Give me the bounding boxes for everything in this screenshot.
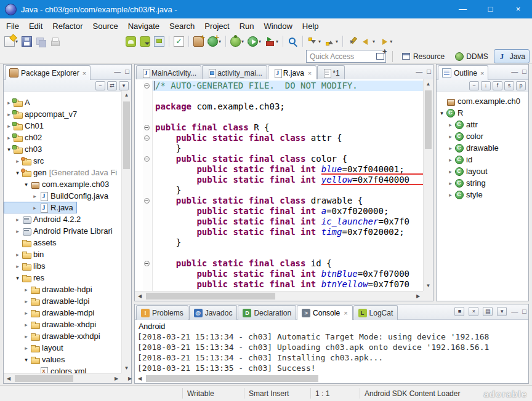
- console-tab-console[interactable]: >Console×: [297, 305, 352, 320]
- minimize-view-button[interactable]: —: [511, 67, 518, 76]
- collapse-all-button[interactable]: [469, 81, 479, 90]
- menu-file[interactable]: File: [1, 20, 24, 33]
- tree-item-com-example-ch03[interactable]: ▾com.example.ch03: [4, 178, 113, 190]
- scrollbar-thumb[interactable]: [146, 293, 275, 300]
- outline-tab[interactable]: Outline ×: [438, 65, 488, 80]
- expand-arrow-icon[interactable]: ▸: [22, 287, 30, 293]
- tree-item-ch03[interactable]: ▾ch03: [4, 143, 46, 155]
- close-view-icon[interactable]: ×: [83, 69, 86, 77]
- tree-item-libs[interactable]: ▸libs: [4, 260, 49, 272]
- scrollbar-thumb[interactable]: [123, 101, 130, 169]
- minimize-editor-button[interactable]: —: [416, 67, 422, 76]
- tree-item-res[interactable]: ▾res: [4, 272, 48, 284]
- hide-non-public-button[interactable]: [516, 81, 526, 90]
- expand-arrow-icon[interactable]: ▸: [22, 322, 30, 328]
- fold-marker-icon[interactable]: [144, 125, 150, 130]
- tree-item-a[interactable]: ▸A: [4, 97, 34, 108]
- search-button[interactable]: [286, 34, 299, 48]
- forward-button[interactable]: ▾: [377, 34, 393, 48]
- console-tab-problems[interactable]: !Problems: [136, 305, 188, 320]
- expand-arrow-icon[interactable]: ▸: [22, 298, 30, 304]
- menu-run[interactable]: Run: [235, 20, 259, 33]
- expand-arrow-icon[interactable]: ▸: [446, 145, 454, 151]
- tree-item-android-4-2-2[interactable]: ▸Android 4.2.2: [4, 213, 84, 225]
- tree-item-com-example-ch0[interactable]: com.example.ch0: [437, 95, 524, 107]
- scroll-left-icon[interactable]: ◀: [135, 374, 145, 383]
- expand-arrow-icon[interactable]: ▸: [31, 193, 39, 199]
- tree-item-appcompat-v7[interactable]: ▸appcompat_v7: [4, 108, 81, 120]
- scrollbar-thumb[interactable]: [425, 90, 432, 149]
- editor-tab-r-java[interactable]: R.java×: [268, 65, 316, 80]
- tree-item-drawable-xhdpi[interactable]: ▸drawable-xhdpi: [4, 319, 100, 330]
- new-wizard-button[interactable]: ▾: [3, 34, 19, 48]
- editor-tab-activity-mai[interactable]: activity_mai...: [202, 65, 267, 80]
- close-tab-icon[interactable]: ×: [308, 69, 312, 77]
- lint-button[interactable]: [172, 34, 185, 48]
- package-explorer-tab[interactable]: Package Explorer ×: [5, 65, 91, 80]
- tree-item-gen[interactable]: ▾gen[Generated Java Fi: [4, 167, 121, 178]
- close-button[interactable]: ×: [504, 0, 532, 18]
- expand-arrow-icon[interactable]: ▸: [14, 216, 22, 223]
- expand-arrow-icon[interactable]: ▸: [446, 157, 454, 163]
- tree-item-buildconfig-java[interactable]: ▸BuildConfig.java: [4, 190, 112, 202]
- menu-window[interactable]: Window: [259, 20, 297, 33]
- expand-arrow-icon[interactable]: ▸: [22, 333, 30, 339]
- remove-launch-button[interactable]: [469, 307, 478, 316]
- sdk-manager-button[interactable]: [139, 34, 151, 48]
- perspective-ddms-button[interactable]: DDMS: [450, 49, 492, 63]
- menu-help[interactable]: Help: [297, 20, 324, 33]
- collapse-all-button[interactable]: [95, 81, 105, 90]
- scroll-right-icon[interactable]: ▶: [413, 292, 423, 301]
- scrollbar-thumb[interactable]: [15, 375, 73, 382]
- perspective-java-button[interactable]: Java: [494, 49, 530, 63]
- fold-marker-icon[interactable]: [144, 198, 150, 204]
- tree-item-drawable-hdpi[interactable]: ▸drawable-hdpi: [4, 284, 96, 295]
- print-button[interactable]: [49, 34, 62, 48]
- next-annotation-button[interactable]: ▾: [306, 34, 322, 48]
- editor-vertical-scrollbar[interactable]: ▲ ▼: [423, 79, 433, 291]
- expand-arrow-icon[interactable]: ▸: [31, 205, 39, 211]
- tree-item-bin[interactable]: ▸bin: [4, 248, 47, 260]
- expand-arrow-icon[interactable]: ▸: [446, 169, 454, 175]
- menu-refactor[interactable]: Refactor: [47, 20, 87, 33]
- tree-item-attr[interactable]: ▸attr: [437, 119, 482, 130]
- scroll-down-icon[interactable]: ▼: [122, 363, 131, 373]
- new-android-project-button[interactable]: [124, 34, 137, 48]
- expand-arrow-icon[interactable]: ▸: [446, 192, 454, 198]
- fold-marker-icon[interactable]: [144, 83, 150, 89]
- collapse-arrow-icon[interactable]: ▾: [438, 110, 446, 116]
- prev-annotation-button[interactable]: ▾: [323, 34, 339, 48]
- expand-arrow-icon[interactable]: ▸: [14, 252, 22, 258]
- menu-navigate[interactable]: Navigate: [123, 20, 164, 33]
- new-class-button[interactable]: ▾: [206, 34, 222, 48]
- tree-item-layout[interactable]: ▸layout: [437, 165, 491, 177]
- menu-project[interactable]: Project: [200, 20, 234, 33]
- avd-manager-button[interactable]: [153, 34, 166, 48]
- hide-fields-button[interactable]: [493, 81, 502, 90]
- editor-tab-1[interactable]: *1: [317, 65, 344, 80]
- console-tab-declaration[interactable]: DDeclaration: [238, 305, 296, 320]
- maximize-editor-button[interactable]: □: [427, 67, 431, 76]
- scroll-right-icon[interactable]: ▶: [125, 374, 135, 383]
- console-tab-javadoc[interactable]: @Javadoc: [189, 305, 238, 320]
- scroll-left-icon[interactable]: ◀: [135, 292, 145, 301]
- debug-button[interactable]: ▾: [229, 34, 245, 48]
- sort-button[interactable]: [481, 81, 491, 90]
- collapse-arrow-icon[interactable]: ▾: [22, 181, 30, 188]
- console-tab-logcat[interactable]: LLogCat: [353, 305, 398, 320]
- last-edit-button[interactable]: [346, 34, 359, 48]
- menu-search[interactable]: Search: [164, 20, 200, 33]
- perspective-resource-button[interactable]: Resource: [397, 49, 449, 63]
- clear-console-button[interactable]: [483, 307, 493, 316]
- close-tab-icon[interactable]: ×: [344, 309, 347, 317]
- maximize-view-button[interactable]: □: [522, 67, 526, 76]
- fold-marker-icon[interactable]: [144, 135, 150, 141]
- tree-item-id[interactable]: ▸id: [437, 154, 476, 165]
- tree-item-drawable-xxhdpi[interactable]: ▸drawable-xxhdpi: [4, 330, 104, 342]
- close-view-icon[interactable]: ×: [480, 69, 484, 77]
- minimize-button[interactable]: —: [449, 0, 477, 18]
- fold-marker-icon[interactable]: [144, 156, 150, 162]
- expand-arrow-icon[interactable]: ▸: [14, 263, 22, 269]
- tree-item-assets[interactable]: assets: [4, 237, 60, 248]
- menu-source[interactable]: Source: [88, 20, 123, 33]
